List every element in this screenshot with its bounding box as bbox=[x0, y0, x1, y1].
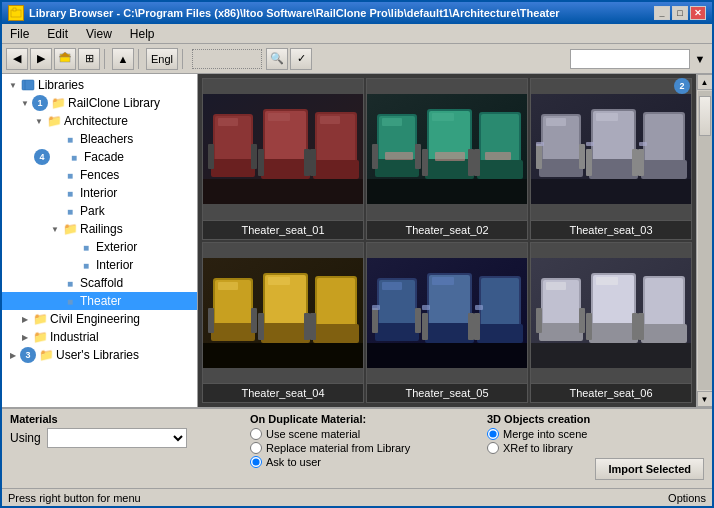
status-right[interactable]: Options bbox=[668, 492, 706, 504]
expand-exterior-icon bbox=[64, 240, 78, 254]
svg-rect-51 bbox=[579, 144, 585, 169]
sidebar-item-railings[interactable]: ▼ 📁 Railings bbox=[2, 220, 197, 238]
grid-label-seat03: Theater_seat_03 bbox=[531, 220, 691, 239]
sidebar-label-scaffold: Scaffold bbox=[80, 276, 123, 290]
radio-use-scene-input[interactable] bbox=[250, 428, 262, 440]
svg-rect-30 bbox=[415, 144, 421, 169]
sidebar-item-bleachers[interactable]: ■ Bleachers bbox=[2, 130, 197, 148]
sidebar-item-facade[interactable]: 4 ■ Facade bbox=[2, 148, 197, 166]
grid-item-seat04[interactable]: Theater_seat_04 bbox=[202, 242, 364, 404]
expand-interior-icon bbox=[48, 186, 62, 200]
leaf-railings-int-icon: ■ bbox=[78, 257, 94, 273]
sidebar-item-industrial[interactable]: ▶ 📁 Industrial bbox=[2, 328, 197, 346]
svg-rect-98 bbox=[477, 324, 523, 343]
close-button[interactable]: ✕ bbox=[690, 6, 706, 20]
scroll-down-button[interactable]: ▼ bbox=[697, 391, 713, 407]
svg-rect-24 bbox=[320, 116, 340, 124]
vertical-scrollbar[interactable]: ▲ ▼ bbox=[696, 74, 712, 407]
svg-rect-81 bbox=[310, 313, 316, 340]
expand-industrial-icon: ▶ bbox=[18, 330, 32, 344]
svg-rect-116 bbox=[632, 313, 638, 340]
menu-edit[interactable]: Edit bbox=[43, 26, 72, 42]
sidebar-item-civil[interactable]: ▶ 📁 Civil Engineering bbox=[2, 310, 197, 328]
grid-wrapper: Theater_seat_01 bbox=[198, 74, 712, 407]
title-bar-left: Library Browser - C:\Program Files (x86)… bbox=[8, 5, 560, 21]
sidebar-item-interior[interactable]: ■ Interior bbox=[2, 184, 197, 202]
radio-xref-input[interactable] bbox=[487, 442, 499, 454]
search-button[interactable]: 🔍 bbox=[266, 48, 288, 70]
sidebar-item-park[interactable]: ■ Park bbox=[2, 202, 197, 220]
radio-replace-input[interactable] bbox=[250, 442, 262, 454]
grid-view-button[interactable]: ⊞ bbox=[78, 48, 100, 70]
maximize-button[interactable]: □ bbox=[672, 6, 688, 20]
leaf-bleachers-icon: ■ bbox=[62, 131, 78, 147]
scroll-up-button[interactable]: ▲ bbox=[697, 74, 713, 90]
sidebar-item-exterior[interactable]: ■ Exterior bbox=[2, 238, 197, 256]
sidebar-item-railings-interior[interactable]: ■ Interior bbox=[2, 256, 197, 274]
svg-rect-100 bbox=[367, 343, 527, 368]
sidebar-item-fences[interactable]: ■ Fences bbox=[2, 166, 197, 184]
check-button[interactable]: ✓ bbox=[290, 48, 312, 70]
scroll-thumb[interactable] bbox=[699, 96, 711, 136]
svg-rect-10 bbox=[208, 144, 214, 169]
svg-rect-40 bbox=[367, 179, 527, 204]
svg-rect-80 bbox=[313, 324, 359, 343]
svg-rect-60 bbox=[638, 149, 644, 176]
radio-ask-label: Ask to user bbox=[266, 456, 321, 468]
radio-ask: Ask to user bbox=[250, 456, 467, 468]
grid-badge: 2 bbox=[674, 78, 692, 94]
menu-bar: File Edit View Help bbox=[2, 24, 712, 44]
search-input[interactable] bbox=[570, 49, 690, 69]
minimize-button[interactable]: _ bbox=[654, 6, 670, 20]
sidebar-item-architecture[interactable]: ▼ 📁 Architecture bbox=[2, 112, 197, 130]
expand-fences-icon bbox=[48, 168, 62, 182]
sidebar-label-architecture: Architecture bbox=[64, 114, 128, 128]
radio-replace-label: Replace material from Library bbox=[266, 442, 410, 454]
badge-3: 3 bbox=[20, 347, 36, 363]
grid-item-seat02[interactable]: Theater_seat_02 bbox=[366, 78, 528, 240]
objects-section: 3D Objects creation Merge into scene XRe… bbox=[487, 413, 704, 480]
sidebar-label-park: Park bbox=[80, 204, 105, 218]
svg-rect-99 bbox=[474, 313, 480, 340]
svg-rect-61 bbox=[531, 179, 691, 204]
home-button[interactable] bbox=[54, 48, 76, 70]
radio-xref-label: XRef to library bbox=[503, 442, 573, 454]
sidebar-item-theater[interactable]: ■ Theater bbox=[2, 292, 197, 310]
grid-item-seat01[interactable]: Theater_seat_01 bbox=[202, 78, 364, 240]
thumbnail-seat04 bbox=[203, 243, 363, 384]
sidebar-item-scaffold[interactable]: ■ Scaffold bbox=[2, 274, 197, 292]
expand-bleachers-icon bbox=[48, 132, 62, 146]
up-button[interactable]: ▲ bbox=[112, 48, 134, 70]
expand-railings-int-icon bbox=[64, 258, 78, 272]
svg-rect-103 bbox=[372, 305, 380, 310]
sidebar-item-libraries[interactable]: ▼ Libraries bbox=[2, 76, 197, 94]
svg-rect-102 bbox=[432, 277, 454, 285]
sidebar-label-user-libs: User's Libraries bbox=[56, 348, 139, 362]
svg-rect-114 bbox=[589, 323, 638, 343]
grid-item-seat05[interactable]: Theater_seat_05 bbox=[366, 242, 528, 404]
sidebar-item-railclone[interactable]: ▼ 1 📁 RailClone Library bbox=[2, 94, 197, 112]
svg-rect-63 bbox=[596, 113, 618, 121]
radio-merge-input[interactable] bbox=[487, 428, 499, 440]
forward-button[interactable]: ▶ bbox=[30, 48, 52, 70]
svg-rect-29 bbox=[372, 144, 378, 169]
thumbnail-seat05 bbox=[367, 243, 527, 384]
menu-file[interactable]: File bbox=[6, 26, 33, 42]
import-selected-button[interactable]: Import Selected bbox=[595, 458, 704, 480]
sidebar-item-user-libs[interactable]: ▶ 3 📁 User's Libraries bbox=[2, 346, 197, 364]
main-content: ▼ Libraries ▼ 1 📁 RailClone Library bbox=[2, 74, 712, 407]
thumbnail-seat03 bbox=[531, 79, 691, 220]
language-button[interactable]: Engl bbox=[146, 48, 178, 70]
svg-rect-38 bbox=[477, 160, 523, 179]
radio-ask-input[interactable] bbox=[250, 456, 262, 468]
svg-rect-42 bbox=[432, 113, 454, 121]
status-left: Press right button for menu bbox=[8, 492, 141, 504]
back-button[interactable]: ◀ bbox=[6, 48, 28, 70]
grid-item-seat03[interactable]: Theater_seat_03 bbox=[530, 78, 692, 240]
menu-help[interactable]: Help bbox=[126, 26, 159, 42]
grid-item-seat06[interactable]: Theater_seat_06 bbox=[530, 242, 692, 404]
radio-merge-label: Merge into scene bbox=[503, 428, 587, 440]
materials-dropdown[interactable] bbox=[47, 428, 187, 448]
menu-view[interactable]: View bbox=[82, 26, 116, 42]
objects-title: 3D Objects creation bbox=[487, 413, 704, 425]
